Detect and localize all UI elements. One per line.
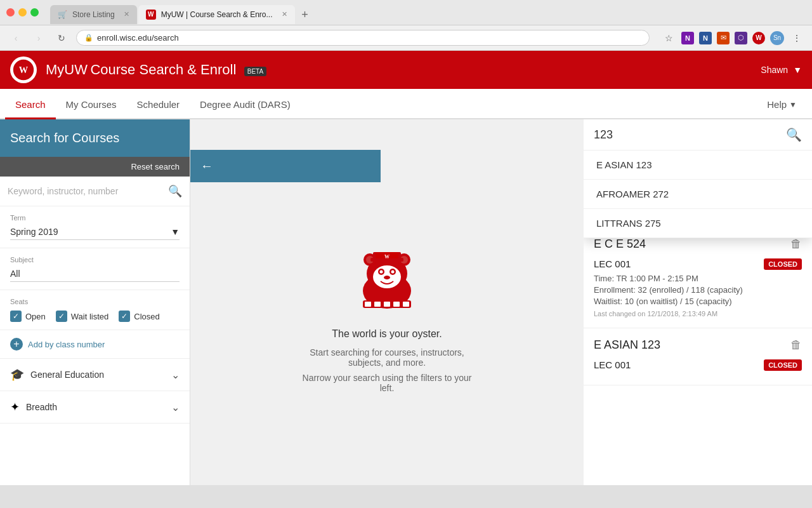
close-window-button[interactable] [6, 8, 15, 17]
general-education-header[interactable]: 🎓 General Education ⌄ [0, 359, 190, 391]
menu-icon[interactable]: ⋮ [789, 30, 804, 46]
extension-shield[interactable]: ⬡ [735, 32, 747, 44]
breadth-header[interactable]: ✦ Breadth ⌄ [0, 391, 190, 423]
svg-rect-6 [384, 302, 390, 307]
right-panel: 🔍 E ASIAN 123 AFROAMER 272 LITTRANS 275 … [584, 119, 812, 485]
reset-search-button[interactable]: Reset search [0, 157, 190, 177]
app-logo: W [10, 57, 37, 83]
section-name: LEC 001 [594, 258, 631, 269]
course-sections: LEC 001 CLOSED Time: TR 1:00 PM - 2:15 P… [594, 258, 802, 318]
dropdown-item-afroamer[interactable]: AFROAMER 272 [584, 180, 812, 209]
center-subtitle: Start searching for courses, instructors… [303, 347, 472, 393]
reload-button[interactable]: ↻ [53, 30, 70, 46]
search-dropdown-input-row: 🔍 [584, 119, 812, 150]
closed-checkbox[interactable]: ✓ Closed [119, 311, 159, 322]
minimize-window-button[interactable] [18, 8, 27, 17]
titlebar: 🛒 Store Listing ✕ W MyUW | Course Search… [0, 0, 812, 25]
browser-chrome: 🛒 Store Listing ✕ W MyUW | Course Search… [0, 0, 812, 51]
waitlisted-checkbox[interactable]: ✓ Wait listed [56, 311, 108, 322]
course-code-2: E ASIAN 123 [594, 338, 660, 352]
search-dropdown-field[interactable] [594, 128, 786, 142]
search-box: 🔍 [0, 177, 190, 206]
subject-select[interactable]: All [10, 266, 180, 282]
user-menu[interactable]: Shawn ▼ [761, 65, 802, 75]
course-code: E C E 524 [594, 237, 646, 251]
breadth-icon: ✦ [10, 400, 20, 414]
course-sections-2: LEC 001 CLOSED [594, 359, 802, 371]
term-select[interactable]: Spring 2019 ▼ [10, 224, 180, 240]
tab-degree-audit[interactable]: Degree Audit (DARS) [190, 91, 301, 119]
user-avatar[interactable]: Sn [770, 31, 784, 45]
back-arrow-icon: ← [200, 159, 213, 173]
delete-course-button-2[interactable]: 🗑 [790, 338, 802, 352]
graduation-icon: 🎓 [10, 368, 24, 382]
lock-icon: 🔒 [84, 34, 93, 42]
tab-search[interactable]: Search [5, 91, 56, 119]
general-education-section: 🎓 General Education ⌄ [0, 359, 190, 391]
back-button-panel[interactable]: ← [190, 150, 381, 182]
dropdown-item-littrans[interactable]: LITTRANS 275 [584, 209, 812, 238]
extension-mail[interactable]: ✉ [717, 32, 730, 44]
term-filter: Term Spring 2019 ▼ [0, 206, 190, 248]
section-time: Time: TR 1:00 PM - 2:15 PM [594, 274, 802, 283]
back-button[interactable]: ‹ [8, 30, 24, 46]
course-card-header-2: E ASIAN 123 🗑 [594, 338, 802, 352]
sidebar-header: Search for Courses [0, 119, 190, 157]
svg-point-18 [391, 271, 394, 274]
svg-point-17 [379, 271, 383, 274]
search-dropdown-search-icon[interactable]: 🔍 [786, 127, 802, 142]
breadth-chevron-icon: ⌄ [171, 401, 180, 413]
forward-button[interactable]: › [30, 30, 47, 46]
course-card-header: E C E 524 🗑 [594, 237, 802, 251]
delete-course-button[interactable]: 🗑 [790, 237, 802, 251]
closed-checkbox-box[interactable]: ✓ [119, 311, 130, 322]
center-panel: ← [190, 119, 584, 485]
add-by-class-number[interactable]: + Add by class number [0, 330, 190, 359]
open-checkbox[interactable]: ✓ Open [10, 311, 46, 322]
address-bar: ‹ › ↻ 🔒 enroll.wisc.edu/search ☆ N N ✉ ⬡… [0, 25, 812, 51]
search-input[interactable] [8, 186, 168, 196]
new-tab-button[interactable]: + [296, 6, 314, 24]
closed-badge: CLOSED [764, 258, 802, 270]
tab-icon: 🛒 [58, 10, 67, 19]
add-icon: + [10, 338, 23, 351]
seats-filter: Seats ✓ Open ✓ Wait listed ✓ Closed [0, 290, 190, 330]
center-title: The world is your oyster. [303, 328, 472, 340]
section-waitlist: Waitlist: 10 (on waitlist) / 15 (capacit… [594, 297, 802, 306]
closed-badge-2: CLOSED [764, 359, 802, 371]
nav-tabs: Search My Courses Scheduler Degree Audit… [0, 89, 812, 119]
tab-store-listing[interactable]: 🛒 Store Listing ✕ [50, 5, 137, 24]
svg-rect-5 [374, 302, 381, 307]
tab-close-active[interactable]: ✕ [282, 10, 287, 18]
center-content: W The world is your oyster. Start search… [290, 224, 485, 406]
main-layout: Search for Courses Reset search 🔍 Term S… [0, 119, 812, 485]
dropdown-item-easian[interactable]: E ASIAN 123 [584, 150, 812, 180]
maximize-window-button[interactable] [30, 8, 39, 17]
tab-close[interactable]: ✕ [124, 10, 129, 18]
tab-w-icon: W [146, 10, 156, 20]
tab-help[interactable]: Help ▼ [757, 91, 807, 119]
mascot-image: W [349, 237, 425, 313]
tab-scheduler[interactable]: Scheduler [127, 91, 190, 119]
subject-filter: Subject All [0, 248, 190, 290]
course-card-ece524: E C E 524 🗑 LEC 001 CLOSED Time: TR 1:00… [584, 227, 812, 328]
svg-point-19 [384, 276, 390, 279]
extension-onenote[interactable]: N [681, 32, 694, 44]
tab-myuw[interactable]: W MyUW | Course Search & Enro... ✕ [138, 5, 295, 24]
chevron-down-icon: ⌄ [171, 369, 180, 381]
app-header: W MyUW Course Search & Enroll BETA Shawn… [0, 51, 812, 89]
bookmark-icon[interactable]: ☆ [661, 30, 676, 46]
extension-n[interactable]: N [699, 32, 712, 44]
address-input[interactable]: 🔒 enroll.wisc.edu/search [76, 30, 650, 46]
search-icon[interactable]: 🔍 [168, 184, 182, 198]
app-title: MyUW Course Search & Enroll BETA [46, 62, 266, 78]
svg-rect-7 [393, 302, 400, 307]
waitlisted-checkbox-box[interactable]: ✓ [56, 311, 67, 322]
svg-text:W: W [384, 254, 390, 260]
course-list: E C E 524 🗑 LEC 001 CLOSED Time: TR 1:00… [584, 227, 812, 385]
extension-uw[interactable]: W [752, 32, 765, 44]
svg-rect-8 [403, 302, 409, 307]
open-checkbox-box[interactable]: ✓ [10, 311, 22, 322]
tab-my-courses[interactable]: My Courses [56, 91, 127, 119]
section-enrollment: Enrollment: 32 (enrolled) / 118 (capacit… [594, 285, 802, 295]
